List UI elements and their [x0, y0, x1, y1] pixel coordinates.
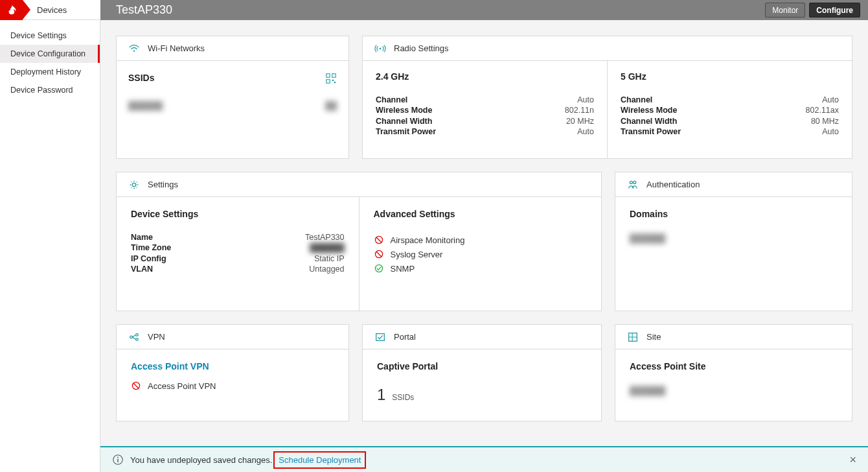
settings-card[interactable]: Settings Device Settings NameTestAP330 T… — [116, 172, 602, 311]
wifi-icon — [128, 43, 140, 54]
ssid-name-redacted: ██████ — [128, 101, 163, 110]
sidebar: Device Settings Device Configuration Dep… — [0, 20, 100, 472]
radio-settings-card[interactable]: Radio Settings 2.4 GHz ChannelAuto Wirel… — [362, 36, 852, 159]
sidebar-item-deployment-history[interactable]: Deployment History — [0, 63, 100, 81]
monitor-button[interactable]: Monitor — [765, 3, 805, 18]
top-bar: Devices TestAP330 Monitor Configure — [0, 0, 868, 20]
radio-24ghz-panel: 2.4 GHz ChannelAuto Wireless Mode802.11n… — [363, 61, 608, 158]
gear-icon — [128, 179, 140, 191]
logo-flame-icon[interactable] — [0, 0, 23, 20]
site-redacted: ██████ — [630, 386, 838, 395]
deny-icon — [374, 235, 384, 245]
radio-icon — [374, 43, 386, 54]
vpn-card[interactable]: VPN Access Point VPN Access Point VPN — [116, 324, 349, 421]
ap-site-heading: Access Point Site — [630, 361, 838, 372]
users-icon — [627, 179, 639, 191]
page-title: TestAP330 — [116, 0, 172, 20]
domain-redacted: ██████ — [630, 233, 838, 243]
portal-icon — [374, 331, 386, 343]
deploy-banner: You have undeployed saved changes. Sched… — [100, 446, 868, 472]
info-icon — [112, 454, 124, 466]
portal-card-title: Portal — [394, 332, 416, 342]
portal-card[interactable]: Portal Captive Portal 1 SSIDs — [362, 324, 602, 421]
ssids-heading: SSIDs — [128, 73, 154, 83]
breadcrumb[interactable]: Devices — [0, 0, 100, 20]
wifi-card-title: Wi-Fi Networks — [148, 43, 205, 53]
timezone-redacted: ██████ — [310, 243, 344, 252]
ssid-count: 1 — [377, 386, 385, 404]
access-point-vpn-link[interactable]: Access Point VPN — [131, 361, 334, 372]
check-icon — [374, 263, 384, 274]
device-settings-panel: Device Settings NameTestAP330 Time Zone█… — [117, 197, 360, 311]
ssid-count-label: SSIDs — [392, 393, 414, 402]
deny-icon — [131, 381, 141, 391]
deploy-banner-text: You have undeployed saved changes. — [130, 455, 272, 465]
captive-portal-heading: Captive Portal — [377, 361, 587, 372]
site-icon — [627, 331, 639, 343]
settings-card-title: Settings — [148, 180, 178, 189]
close-icon[interactable]: × — [849, 453, 856, 467]
domains-heading: Domains — [630, 209, 838, 219]
vpn-icon — [128, 331, 140, 343]
sidebar-item-device-configuration[interactable]: Device Configuration — [0, 45, 100, 63]
breadcrumb-label: Devices — [37, 5, 67, 15]
advanced-settings-panel: Advanced Settings Airspace Monitoring Sy… — [360, 197, 602, 311]
auth-card-title: Authentication — [646, 180, 700, 189]
radio-card-title: Radio Settings — [394, 43, 449, 53]
ssid-status-redacted: ██ — [325, 101, 337, 110]
wifi-networks-card[interactable]: Wi-Fi Networks SSIDs ██████ ██ — [116, 36, 349, 159]
advanced-settings-heading: Advanced Settings — [374, 209, 588, 219]
authentication-card[interactable]: Authentication Domains ██████ — [615, 172, 852, 311]
radio-24ghz-title: 2.4 GHz — [376, 71, 594, 82]
deny-icon — [374, 249, 384, 259]
sidebar-item-device-password[interactable]: Device Password — [0, 81, 100, 99]
qr-code-icon[interactable] — [325, 73, 337, 84]
schedule-deployment-link[interactable]: Schedule Deployment — [279, 455, 361, 465]
site-card-title: Site — [646, 332, 661, 342]
site-card[interactable]: Site Access Point Site ██████ — [615, 324, 852, 421]
configure-button[interactable]: Configure — [809, 3, 860, 18]
vpn-card-title: VPN — [148, 332, 165, 342]
sidebar-item-device-settings[interactable]: Device Settings — [0, 27, 100, 45]
device-settings-heading: Device Settings — [131, 209, 345, 219]
radio-5ghz-panel: 5 GHz ChannelAuto Wireless Mode802.11ax … — [608, 61, 852, 158]
radio-5ghz-title: 5 GHz — [621, 71, 839, 82]
